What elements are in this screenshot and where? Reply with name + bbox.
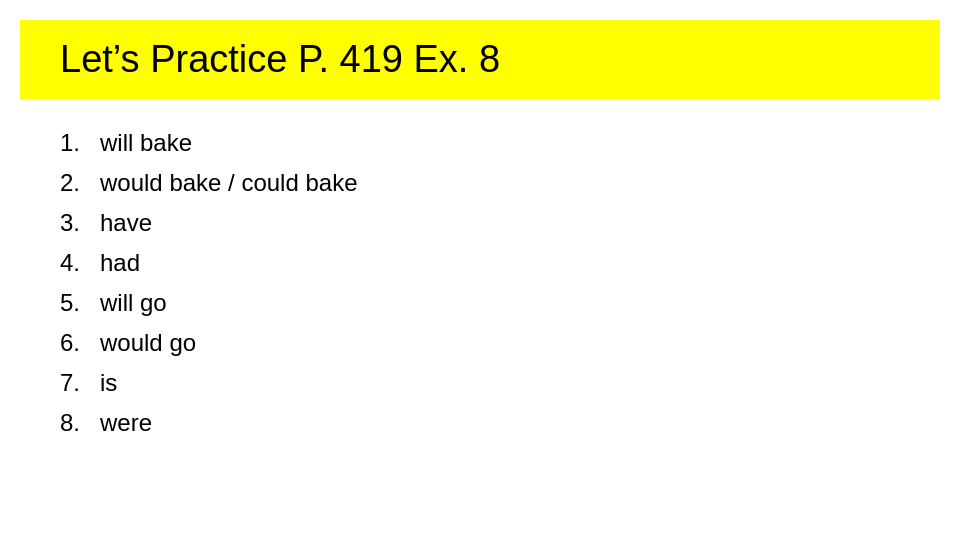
header-banner: Let’s Practice P. 419 Ex. 8 (20, 20, 940, 99)
content-area: 1.will bake2.would bake / could bake3.ha… (0, 99, 960, 469)
list-item: 4.had (60, 249, 920, 277)
list-number: 4. (60, 249, 100, 277)
list-text: were (100, 409, 152, 437)
list-number: 2. (60, 169, 100, 197)
slide: Let’s Practice P. 419 Ex. 8 1.will bake2… (0, 20, 960, 540)
list-item: 7.is (60, 369, 920, 397)
list-text: had (100, 249, 140, 277)
list-item: 3.have (60, 209, 920, 237)
list-text: would go (100, 329, 196, 357)
list-number: 5. (60, 289, 100, 317)
list-item: 6.would go (60, 329, 920, 357)
list-number: 7. (60, 369, 100, 397)
list-text: would bake / could bake (100, 169, 358, 197)
list-item: 1.will bake (60, 129, 920, 157)
list-text: is (100, 369, 117, 397)
slide-title: Let’s Practice P. 419 Ex. 8 (60, 38, 900, 81)
list-number: 3. (60, 209, 100, 237)
list-text: will go (100, 289, 167, 317)
list-number: 1. (60, 129, 100, 157)
list-item: 8.were (60, 409, 920, 437)
list-number: 6. (60, 329, 100, 357)
list-text: will bake (100, 129, 192, 157)
list-number: 8. (60, 409, 100, 437)
list-text: have (100, 209, 152, 237)
list-item: 5.will go (60, 289, 920, 317)
list-item: 2.would bake / could bake (60, 169, 920, 197)
